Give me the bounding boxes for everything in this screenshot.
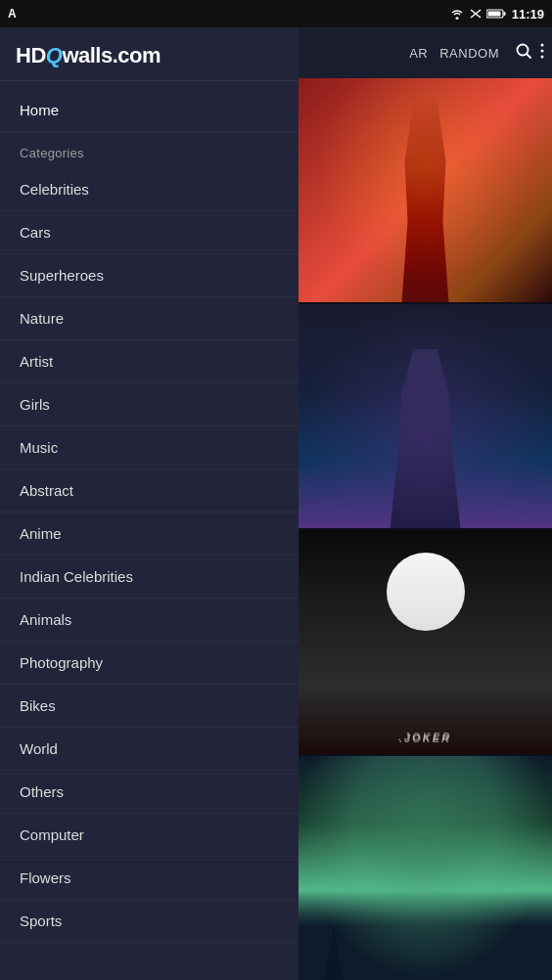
main-content: AR RANDOM bbox=[299, 27, 552, 980]
sidebar-item-indian-celebrities[interactable]: Indian Celebrities bbox=[0, 556, 299, 599]
sidebar-item-computer[interactable]: Computer bbox=[0, 814, 299, 857]
status-notification-icon: A bbox=[8, 7, 17, 21]
svg-point-9 bbox=[541, 55, 544, 58]
sidebar-item-others[interactable]: Others bbox=[0, 771, 299, 814]
battery-icon bbox=[486, 8, 506, 20]
joker-text-label: .JOKER bbox=[398, 732, 452, 742]
svg-rect-4 bbox=[487, 12, 500, 17]
sidebar-item-home[interactable]: Home bbox=[0, 89, 299, 132]
sidebar-item-superheroes[interactable]: Superheroes bbox=[0, 254, 299, 297]
svg-line-6 bbox=[527, 54, 530, 58]
sidebar-menu: Home Categories Celebrities Cars Superhe… bbox=[0, 81, 299, 951]
sidebar-item-artist[interactable]: Artist bbox=[0, 340, 299, 383]
wallpaper-dark-throne[interactable] bbox=[299, 304, 552, 528]
status-bar: A 11:19 bbox=[0, 0, 552, 27]
wallpaper-aurora[interactable] bbox=[299, 756, 552, 980]
sidebar-item-abstract[interactable]: Abstract bbox=[0, 469, 299, 512]
sidebar-item-flowers[interactable]: Flowers bbox=[0, 857, 299, 900]
signal-off-icon bbox=[469, 8, 483, 20]
app-logo: HDQwalls.com bbox=[16, 43, 283, 68]
more-options-icon[interactable] bbox=[540, 42, 544, 65]
status-time: 11:19 bbox=[512, 7, 544, 22]
sidebar-item-animals[interactable]: Animals bbox=[0, 599, 299, 642]
wallpaper-joker[interactable]: .JOKER bbox=[299, 530, 552, 754]
figure-dark-throne bbox=[387, 349, 465, 528]
sidebar-header: HDQwalls.com bbox=[0, 27, 299, 81]
sidebar-categories-label: Categories bbox=[0, 132, 299, 168]
sidebar-item-cars[interactable]: Cars bbox=[0, 211, 299, 254]
tab-random[interactable]: RANDOM bbox=[439, 46, 499, 61]
sidebar-item-bikes[interactable]: Bikes bbox=[0, 685, 299, 728]
sidebar-item-anime[interactable]: Anime bbox=[0, 512, 299, 556]
top-bar-icons bbox=[515, 42, 544, 65]
wifi-icon bbox=[449, 8, 465, 20]
logo-q: Q bbox=[46, 43, 63, 67]
search-icon[interactable] bbox=[515, 42, 532, 65]
sidebar-item-world[interactable]: World bbox=[0, 728, 299, 771]
trees-aurora bbox=[299, 890, 552, 980]
wallpaper-grid: .JOKER bbox=[299, 78, 552, 980]
figure-joker bbox=[387, 553, 465, 631]
logo-hd: HD bbox=[16, 43, 46, 67]
svg-rect-3 bbox=[503, 12, 505, 16]
svg-point-8 bbox=[541, 49, 544, 52]
tab-ar[interactable]: AR bbox=[409, 46, 428, 61]
sidebar: HDQwalls.com Home Categories Celebrities… bbox=[0, 27, 299, 980]
figure-wonder-woman bbox=[396, 101, 455, 302]
sidebar-item-photography[interactable]: Photography bbox=[0, 642, 299, 685]
svg-point-7 bbox=[541, 43, 544, 46]
sidebar-item-celebrities[interactable]: Celebrities bbox=[0, 168, 299, 211]
sidebar-item-music[interactable]: Music bbox=[0, 426, 299, 469]
top-bar: AR RANDOM bbox=[299, 27, 552, 78]
wallpaper-wonder-woman[interactable] bbox=[299, 78, 552, 302]
logo-walls: walls.com bbox=[62, 43, 161, 67]
sidebar-item-girls[interactable]: Girls bbox=[0, 383, 299, 426]
status-bar-right: 11:19 bbox=[449, 7, 544, 22]
sidebar-item-nature[interactable]: Nature bbox=[0, 297, 299, 340]
sidebar-item-sports[interactable]: Sports bbox=[0, 900, 299, 943]
